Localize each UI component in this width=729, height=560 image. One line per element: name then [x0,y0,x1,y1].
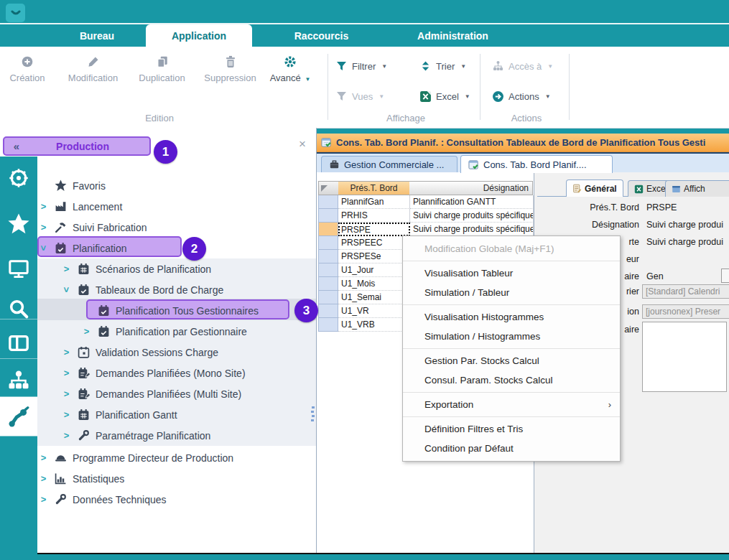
row-selector-cell[interactable] [318,318,338,332]
tree-item-donnees-techniques[interactable]: Données Techniques [0,489,355,510]
table-row[interactable]: PlannifGan Plannification GANTT [318,195,534,209]
suppression-button[interactable]: Suppression [196,55,264,83]
menu-item-visualisation-tableur[interactable]: Visualisation Tableur [403,263,620,283]
table-header-designation[interactable]: Désignation [409,181,533,195]
cell-code[interactable]: U1_VRB [338,318,410,332]
tree-item-suivi-fabrication[interactable]: Suivi Fabrication [0,217,355,238]
monitor-icon[interactable] [0,253,37,284]
row-selector-cell[interactable] [318,304,338,318]
columns-icon[interactable] [0,327,37,359]
close-panel-icon[interactable] [299,138,306,150]
menu-item-gestion-par-stocks-calcul[interactable]: Gestion Par. Stocks Calcul [403,351,620,370]
cell-designation[interactable]: Suivi charge produits spécifiques [410,223,534,236]
vues-button[interactable]: Vues ▼ [335,90,384,103]
star-icon[interactable] [0,208,37,240]
sitemap-icon[interactable] [0,365,37,396]
duplication-button[interactable]: Duplication [128,55,196,83]
expander-closed-icon[interactable] [62,430,71,441]
lookup-button[interactable] [721,269,729,283]
row-selector-cell[interactable] [318,277,338,291]
commentaire-textarea[interactable] [642,322,727,392]
tree-item-favoris[interactable]: Favoris [0,175,355,196]
menu-item-simulation-histogrammes[interactable]: Simulation / Histogrammes [403,327,620,346]
window-tab-cons-tab-bord-planif[interactable]: Cons. Tab. Bord Planif.... [460,155,613,173]
cell-designation[interactable]: Plannification GANTT [410,195,534,209]
collapse-panel-icon[interactable] [4,140,29,152]
expander-closed-icon[interactable] [39,494,48,505]
cell-code[interactable]: U1_Semai [338,291,410,304]
expander-closed-icon[interactable] [39,473,48,484]
row-selector-cell[interactable] [318,195,338,209]
expander-closed-icon[interactable] [39,452,48,463]
table-row[interactable]: PRHIS Suivi charge produits spécifiques [318,209,534,223]
cell-code[interactable]: U1_Jour [338,263,410,277]
row-selector-cell[interactable] [318,250,338,263]
app-logo-icon[interactable] [6,4,25,22]
button-label: Vues [352,91,373,102]
tree-item-label: Lancement [73,201,122,213]
robot-arm-icon[interactable] [0,397,37,436]
table-row-selected[interactable]: PRSPE Suivi charge produits spécifiques [318,223,534,236]
expander-open-icon[interactable] [38,243,49,253]
tree-item-programme-directeur-de-production[interactable]: Programme Directeur de Production [0,447,355,468]
creation-button[interactable]: Création [6,55,49,83]
table-select-all-header[interactable] [318,181,339,195]
filtrer-button[interactable]: Filtrer ▼ [335,60,387,73]
expander-closed-icon[interactable] [62,409,71,420]
panel-splitter-handle[interactable] [311,404,315,433]
cell-code[interactable]: PRSPESe [338,250,410,263]
menu-item-modification-globale[interactable]: Modification Globale (Maj+F1) [403,239,620,258]
menu-item-exportation[interactable]: Exportation› [403,395,620,414]
wheel-icon[interactable] [0,162,37,194]
condition-input[interactable]: [joursnonex] Preser [642,304,729,319]
row-selector-cell[interactable] [318,236,338,250]
row-selector-cell[interactable] [318,291,338,304]
cell-code[interactable]: U1_VR [338,304,410,318]
expander-closed-icon[interactable] [62,368,71,378]
menu-tab-raccourcis[interactable]: Raccourcis [277,24,366,47]
row-selector-cell[interactable] [318,209,338,223]
expander-closed-icon[interactable] [62,347,71,358]
menu-tab-bureau[interactable]: Bureau [54,24,140,47]
calendrier-input[interactable]: [Standard] Calendri [642,284,729,299]
expander-open-icon[interactable] [61,285,72,294]
modification-button[interactable]: Modification [59,55,127,83]
detail-tab-general[interactable]: Général [566,179,623,197]
menu-item-definition-filtres-et-tris[interactable]: Définition Filtres et Tris [403,419,620,439]
detail-tab-affichage[interactable]: Affich [665,180,729,197]
expander-closed-icon[interactable] [62,388,71,399]
search-icon[interactable] [0,293,37,325]
row-selector-cell[interactable] [318,223,338,236]
actions-button[interactable]: Actions ▼ [491,90,551,103]
cell-code[interactable]: PlannifGan [338,195,410,209]
tree-item-planification[interactable]: Planification [0,238,355,258]
field-label: Désignation [534,220,639,230]
nav-header-production[interactable]: Production [3,136,151,156]
expander-closed-icon[interactable] [62,263,71,274]
menu-tab-application[interactable]: Application [146,24,252,47]
table-header-pres-t-bord[interactable]: Prés.T. Bord [338,181,410,195]
menu-item-simulation-tableur[interactable]: Simulation / Tableur [403,283,620,302]
expander-closed-icon[interactable] [39,222,48,233]
row-selector-cell[interactable] [318,263,338,277]
expander-closed-icon[interactable] [39,201,48,212]
expander-closed-icon[interactable] [82,326,91,337]
tree-item-statistiques[interactable]: Statistiques [0,468,355,489]
menu-item-consul-param-stocks-calcul[interactable]: Consul. Param. Stocks Calcul [403,370,620,390]
cell-code[interactable]: PRSPE [338,223,410,236]
cell-designation[interactable]: Suivi charge produits spécifiques [410,209,534,223]
tree-item-lancement[interactable]: Lancement [0,196,355,217]
cell-code[interactable]: PRSPEEC [338,236,410,250]
cell-code[interactable]: PRHIS [338,209,410,223]
menu-item-condition-par-defaut[interactable]: Condition par Défaut [403,439,620,458]
menu-item-visualisation-histogrammes[interactable]: Visualisation Histogrammes [403,307,620,327]
cell-code[interactable]: U1_Mois [338,277,410,291]
menu-tab-administration[interactable]: Administration [394,24,512,47]
acces-a-button[interactable]: Accès à ▼ [491,60,553,73]
avance-button[interactable]: Avancé ▼ [264,55,316,83]
excel-button[interactable]: Excel ▼ [419,90,470,103]
field-label: Prés.T. Bord [534,202,639,213]
trier-button[interactable]: Trier ▼ [419,60,466,73]
window-tab-gestion-commerciale[interactable]: Gestion Commerciale ... [321,156,458,172]
menu-separator [403,416,620,417]
